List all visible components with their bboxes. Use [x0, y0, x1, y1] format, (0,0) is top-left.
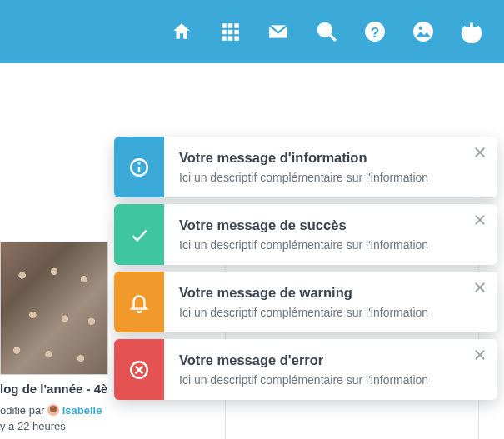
- toast-desc: Ici un descriptif complémentaire sur l'i…: [179, 373, 462, 387]
- apps-icon[interactable]: [217, 19, 242, 44]
- svg-point-13: [413, 22, 433, 42]
- toast-warning: Votre message de warning Ici un descript…: [114, 272, 497, 332]
- svg-rect-2: [234, 23, 238, 27]
- close-icon[interactable]: [472, 145, 487, 160]
- svg-line-10: [329, 34, 336, 41]
- home-icon[interactable]: [169, 19, 194, 44]
- svg-point-14: [419, 27, 422, 30]
- svg-rect-8: [234, 36, 238, 40]
- svg-text:?: ?: [371, 24, 380, 41]
- navbar: ?: [0, 0, 504, 63]
- post-modified-line: odifié par Isabelle: [0, 402, 142, 419]
- class-photo: [0, 242, 108, 375]
- help-icon[interactable]: ?: [362, 19, 387, 44]
- mail-icon[interactable]: [266, 19, 291, 44]
- toast-title: Votre message de warning: [179, 285, 462, 301]
- svg-rect-5: [234, 30, 238, 34]
- post-time: y a 22 heures: [0, 418, 142, 435]
- toast-desc: Ici un descriptif complémentaire sur l'i…: [179, 306, 462, 319]
- power-icon[interactable]: [459, 19, 484, 44]
- toast-title: Votre message de succès: [179, 217, 462, 233]
- toast-success: Votre message de succès Ici un descripti…: [114, 204, 497, 265]
- close-icon[interactable]: [472, 347, 487, 362]
- image-icon[interactable]: [411, 19, 436, 44]
- bell-icon: [114, 272, 164, 332]
- svg-rect-4: [228, 30, 232, 34]
- toast-desc: Ici un descriptif complémentaire sur l'i…: [179, 238, 462, 252]
- info-icon: [114, 137, 164, 197]
- svg-rect-1: [228, 23, 232, 27]
- error-icon: [114, 339, 164, 400]
- svg-rect-3: [222, 30, 226, 34]
- close-icon[interactable]: [472, 212, 487, 227]
- avatar: [47, 404, 59, 416]
- toast-title: Votre message d'information: [179, 150, 462, 166]
- post-author[interactable]: Isabelle: [62, 404, 102, 417]
- svg-point-17: [138, 162, 139, 163]
- toast-info: Votre message d'information Ici un descr…: [114, 137, 497, 197]
- svg-rect-0: [222, 23, 226, 27]
- svg-rect-6: [222, 36, 226, 40]
- svg-rect-7: [228, 36, 232, 40]
- toast-desc: Ici un descriptif complémentaire sur l'i…: [179, 171, 462, 184]
- svg-point-9: [318, 23, 331, 36]
- modified-label: odifié par: [0, 404, 44, 417]
- page-content: log de l'année - 4è odifié par Isabelle …: [0, 63, 504, 439]
- close-icon[interactable]: [472, 280, 487, 295]
- toast-title: Votre message d'error: [179, 352, 462, 368]
- check-icon: [114, 204, 164, 265]
- toasts-container: Votre message d'information Ici un descr…: [114, 137, 497, 400]
- search-icon[interactable]: [314, 19, 339, 44]
- toast-error: Votre message d'error Ici un descriptif …: [114, 339, 497, 400]
